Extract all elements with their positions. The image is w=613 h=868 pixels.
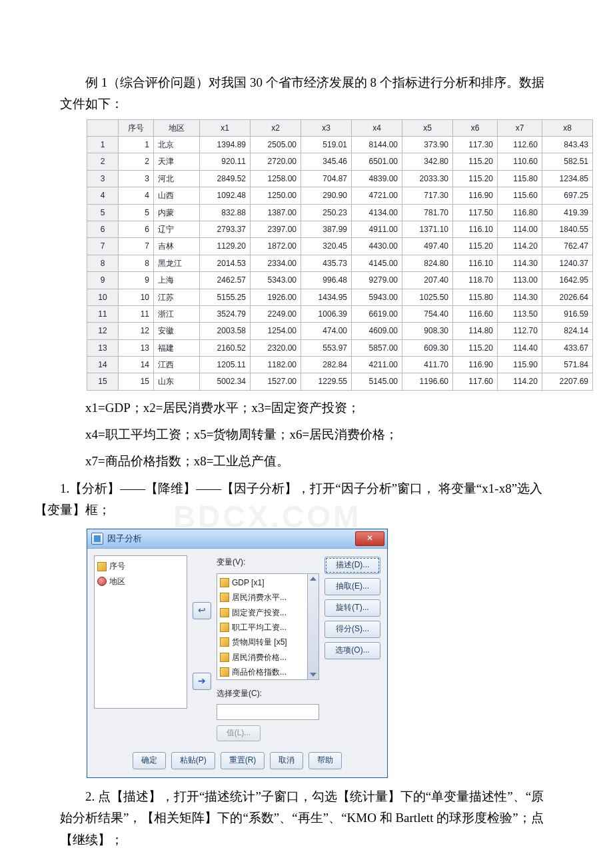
value-cell: 2462.57 [200, 272, 251, 289]
value-cell: 1872.00 [251, 238, 301, 255]
source-variable-list[interactable]: 序号 地区 [94, 555, 187, 709]
value-cell: 116.90 [453, 187, 498, 204]
value-cell: 6619.00 [352, 305, 402, 322]
list-item[interactable]: 序号 [97, 559, 184, 573]
close-button[interactable]: ✕ [355, 531, 384, 546]
row-number-cell: 12 [87, 323, 119, 339]
scale-icon [220, 608, 229, 617]
value-cell: 4211.00 [352, 357, 402, 373]
variable-item[interactable]: 职工平均工资... [219, 620, 317, 635]
value-cell: 114.80 [453, 323, 498, 339]
rotation-button[interactable]: 旋转(T)... [324, 599, 380, 617]
list-item-label: 地区 [109, 575, 125, 588]
value-cell: 2849.52 [200, 170, 251, 187]
paste-button[interactable]: 粘贴(P) [171, 752, 215, 769]
row-number-cell: 14 [87, 357, 119, 373]
factor-analysis-dialog: 因子分析 ✕ 序号 地区 ↩ ➔ [87, 529, 388, 778]
move-variable-button[interactable]: ↩ [193, 602, 211, 619]
list-item[interactable]: 地区 [97, 574, 184, 589]
value-cell: 115.20 [453, 153, 498, 170]
ok-button[interactable]: 确定 [133, 752, 166, 769]
variable-item[interactable]: 固定资产投资... [219, 605, 317, 620]
row-number-cell: 6 [87, 221, 119, 237]
paragraph-3: x4=职工平均工资；x5=货物周转量；x6=居民消费价格； [60, 424, 553, 445]
value-cell: 1250.00 [251, 187, 301, 204]
col-x1: x1 [200, 119, 251, 136]
row-number-cell: 5 [87, 204, 119, 221]
region-cell: 山西 [154, 187, 200, 204]
reset-button[interactable]: 重置(R) [221, 752, 265, 769]
scrollbar[interactable] [307, 574, 318, 679]
value-cell: 387.99 [301, 221, 352, 237]
value-cell: 553.97 [301, 339, 352, 356]
value-cell: 704.87 [301, 170, 352, 187]
scale-icon [220, 637, 229, 647]
table-row: 1212安徽2003.581254.00474.004609.00908.301… [87, 323, 593, 339]
variable-item[interactable]: 货物周转量 [x5] [219, 635, 317, 649]
paragraph-2: x1=GDP；x2=居民消费水平；x3=固定资产投资； [60, 397, 553, 419]
variable-item-label: 固定资产投资... [232, 606, 287, 619]
variable-item[interactable]: 居民消费水平... [219, 590, 317, 605]
region-cell: 辽宁 [154, 221, 200, 237]
value-cell: 114.30 [497, 255, 542, 271]
value-cell: 115.20 [453, 339, 498, 356]
extract-button[interactable]: 抽取(E)... [324, 578, 380, 595]
value-cell: 114.20 [497, 238, 542, 255]
variable-item[interactable]: GDP [x1] [219, 575, 317, 590]
value-cell: 115.80 [497, 170, 542, 187]
scale-icon [97, 562, 107, 571]
value-cell: 2207.69 [542, 373, 592, 390]
describe-button[interactable]: 描述(D)... [324, 557, 380, 574]
value-cell: 1371.10 [402, 221, 453, 237]
seq-cell: 6 [119, 221, 154, 237]
row-number-cell: 11 [87, 305, 119, 322]
value-cell: 116.10 [453, 255, 498, 271]
value-cell: 207.40 [402, 272, 453, 289]
value-cell: 582.51 [542, 153, 592, 170]
cancel-button[interactable]: 取消 [270, 752, 303, 769]
variable-item[interactable]: 商品价格指数... [219, 665, 317, 679]
variable-item-label: 商品价格指数... [232, 665, 287, 679]
options-button[interactable]: 选项(O)... [324, 642, 380, 659]
value-cell: 2397.00 [251, 221, 301, 237]
scores-button[interactable]: 得分(S)... [324, 621, 380, 638]
value-cell: 843.43 [542, 136, 592, 153]
value-cell: 117.30 [453, 136, 498, 153]
row-number-cell: 7 [87, 238, 119, 255]
nominal-icon [97, 577, 107, 586]
value-cell: 754.40 [402, 305, 453, 322]
region-cell: 浙江 [154, 305, 200, 322]
dialog-title: 因子分析 [107, 531, 355, 546]
row-number-cell: 9 [87, 272, 119, 289]
region-cell: 上海 [154, 272, 200, 289]
value-cell: 1240.37 [542, 255, 592, 271]
region-cell: 吉林 [154, 238, 200, 255]
col-x4: x4 [352, 119, 402, 136]
variable-item[interactable]: 居民消费价格... [219, 650, 317, 665]
value-cell: 112.60 [497, 136, 542, 153]
scale-icon [220, 653, 229, 662]
value-cell: 2793.37 [200, 221, 251, 237]
value-cell: 435.73 [301, 255, 352, 271]
value-cell: 1006.39 [301, 305, 352, 322]
value-cell: 4721.00 [352, 187, 402, 204]
select-variable-label: 选择变量(C): [217, 687, 319, 700]
value-cell: 5943.00 [352, 289, 402, 305]
value-cell: 1258.00 [251, 170, 301, 187]
variables-listbox[interactable]: GDP [x1]居民消费水平...固定资产投资...职工平均工资...货物周转量… [217, 573, 319, 680]
seq-cell: 4 [119, 187, 154, 204]
value-cell: 519.01 [301, 136, 352, 153]
region-cell: 山东 [154, 373, 200, 390]
help-button[interactable]: 帮助 [308, 752, 342, 769]
value-cell: 4430.00 [352, 238, 402, 255]
value-cell: 2003.58 [200, 323, 251, 339]
data-table: 序号 地区 x1 x2 x3 x4 x5 x6 x7 x8 11北京1394.8… [87, 119, 593, 391]
move-select-variable-button[interactable]: ➔ [193, 673, 211, 690]
dialog-titlebar[interactable]: 因子分析 ✕ [87, 529, 387, 549]
variable-item-label: GDP [x1] [232, 576, 264, 589]
value-cell: 1527.00 [251, 373, 301, 390]
value-cell: 115.20 [453, 238, 498, 255]
select-variable-input[interactable] [217, 704, 319, 720]
value-cell: 433.67 [542, 339, 592, 356]
value-cell: 114.20 [497, 373, 542, 390]
